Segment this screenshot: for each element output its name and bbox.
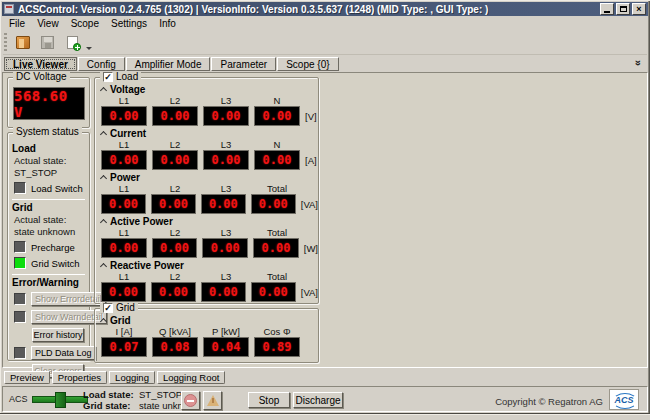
col-label: L1 [101,183,147,194]
section-title: Power [110,172,140,183]
grid-switch-label: Grid Switch [31,258,80,269]
power-total-display: 0.00 [251,194,296,214]
toolbar [3,31,647,55]
reactive-power-l1-display: 0.00 [101,282,146,302]
collapse-icon[interactable] [100,317,107,324]
load-group: ✓ Load Voltage L1 L2 L3 N 0.00 0.00 0.00 [94,77,319,304]
col-label: P [kW] [203,326,249,337]
pin-icon[interactable]: « [631,60,643,66]
grid-checkbox[interactable]: ✓ [103,303,113,313]
voltage-l1-display: 0.00 [101,106,147,126]
open-connection-icon [16,36,30,49]
collapse-icon[interactable] [100,130,107,137]
collapse-icon[interactable] [100,218,107,225]
load-checkbox[interactable]: ✓ [103,72,113,82]
section-title: Active Power [110,216,173,227]
col-label: Total [254,183,300,194]
menu-scope[interactable]: Scope [65,18,105,29]
active-power-l3-display: 0.00 [202,238,248,258]
toolbar-dropdown-icon[interactable] [86,47,92,50]
power-l3-display: 0.00 [201,194,246,214]
new-document-button[interactable] [60,32,85,54]
load-heading: Load [12,143,86,154]
maximize-icon [620,6,627,12]
tab-logging-root[interactable]: Logging Root [157,371,226,384]
tab-parameter[interactable]: Parameter [211,57,276,71]
col-label: Q [kVA] [152,326,198,337]
section-title: Current [110,128,146,139]
load-group-legend: Load [116,72,138,82]
reactive-power-l2-display: 0.00 [151,282,196,302]
col-label: Total [254,271,300,282]
power-l2-display: 0.00 [151,194,196,214]
tab-preview[interactable]: Preview [4,371,50,384]
voltage-n-display: 0.00 [254,106,300,126]
load-switch-label: Load Switch [31,183,83,194]
dc-voltage-display: 568.60 V [13,87,85,120]
tab-scope[interactable]: Scope {0} [277,57,338,71]
grid-q-display: 0.08 [152,337,198,357]
maximize-button[interactable] [616,3,630,15]
menu-info[interactable]: Info [153,18,182,29]
col-label: L2 [152,271,198,282]
tab-live-viewer[interactable]: Live Viewer [4,57,77,71]
unit-label: [A] [305,155,317,166]
minimize-button[interactable] [600,3,614,15]
acs-slider[interactable] [32,396,88,403]
reactive-power-l3-display: 0.00 [201,282,246,302]
col-label: L1 [101,139,147,150]
open-connection-button[interactable] [10,32,35,54]
grid-group-legend: Grid [116,303,135,313]
menu-view[interactable]: View [31,18,65,29]
col-label: Total [254,227,300,238]
active-power-l1-display: 0.00 [101,238,147,258]
grid-state-label: Actual state: [14,214,86,225]
close-button[interactable]: × [632,3,646,15]
section-reactive-power: Reactive Power L1 L2 L3 Total 0.00 0.00 … [99,259,318,303]
col-label: N [254,95,300,106]
warning-indicator [14,311,26,323]
grid-heading: Grid [12,202,86,213]
load-state-text: ST_STOP [139,389,182,400]
save-button[interactable] [35,32,60,54]
unit-label: [VA] [301,287,318,298]
current-l2-display: 0.00 [152,150,198,170]
warning-status-button[interactable] [203,391,222,410]
system-status-legend: System status [13,127,82,137]
stop-button[interactable]: Stop [248,392,290,408]
grid-cosphi-display: 0.89 [254,337,300,357]
tab-amplifier-mode[interactable]: Amplifier Mode [126,57,211,71]
collapse-icon[interactable] [100,174,107,181]
section-title: Reactive Power [110,260,184,271]
app-window: ACSControl: Version 0.2.4.765 (1302) | V… [0,0,650,420]
current-l3-display: 0.00 [203,150,249,170]
collapse-icon[interactable] [100,86,107,93]
pld-data-log-button[interactable]: PLD Data Log [31,346,96,360]
title-bar: ACSControl: Version 0.2.4.765 (1302) | V… [2,2,648,16]
active-power-total-display: 0.00 [253,238,299,258]
acs-slider-knob[interactable] [55,392,66,408]
discharge-button[interactable]: Discharge [293,392,343,408]
voltage-l3-display: 0.00 [203,106,249,126]
save-icon [41,36,54,49]
error-status-button[interactable] [181,391,200,410]
no-entry-icon [184,394,197,407]
tab-logging[interactable]: Logging [109,371,155,384]
grid-state-value: state unknown [14,226,86,237]
error-history-button[interactable]: Error history [32,328,84,342]
tab-properties[interactable]: Properties [52,371,107,384]
menu-file[interactable]: File [3,18,31,29]
grid-p-display: 0.04 [203,337,249,357]
col-label: L1 [101,227,147,238]
acs-logo: ACS [609,389,639,410]
section-grid: Grid I [A] Q [kVA] P [kW] Cos Φ 0.07 0.0… [99,314,318,358]
tab-config[interactable]: Config [78,57,125,71]
grid-switch-indicator [14,257,26,269]
tab-bar: Live Viewer Config Amplifier Mode Parame… [4,57,646,71]
col-label: L1 [101,271,147,282]
voltage-l2-display: 0.00 [152,106,198,126]
copyright-text: Copyright © Regatron AG [495,396,603,407]
menu-settings[interactable]: Settings [105,18,153,29]
dc-voltage-group: DC Voltage 568.60 V [7,77,90,128]
collapse-icon[interactable] [100,262,107,269]
